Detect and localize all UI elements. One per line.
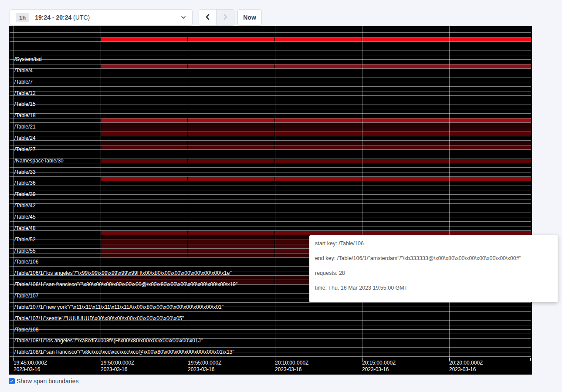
tooltip-start-key: start key: /Table/106 <box>315 240 552 247</box>
show-span-boundaries-label: Show span boundaries <box>17 378 78 385</box>
row-label: /Table/55 <box>14 248 36 254</box>
time-range-selector[interactable]: 1h 19:24 - 20:24 (UTC) <box>10 9 193 26</box>
span-boundary-line <box>10 226 531 226</box>
row-label: /Table/24 <box>14 135 36 141</box>
span-activity-band <box>188 159 274 163</box>
span-activity-band <box>188 235 274 239</box>
row-label: /Table/106/1/"los angeles"/"\x99\x99\x99… <box>14 270 232 276</box>
span-boundary-line <box>10 203 531 204</box>
span-activity-band <box>188 177 274 181</box>
tooltip-time: time: Thu, 16 Mar 2023 19:55:00 GMT <box>315 285 552 291</box>
span-activity-band <box>188 37 274 41</box>
key-visualizer-canvas[interactable]: /System/tsd/Table/4/Table/7/Table/12/Tab… <box>9 26 532 375</box>
span-boundary-line <box>10 132 531 132</box>
axis-tick-date: 2023-03-16 <box>449 366 483 373</box>
axis-tick-label: 19:45:00.000Z2023-03-16 <box>14 360 47 373</box>
span-boundary-line <box>10 347 531 348</box>
span-activity-band <box>188 276 274 280</box>
time-gridline <box>14 26 14 358</box>
next-interval-button[interactable] <box>217 10 234 25</box>
span-tooltip: start key: /Table/106 end key: /Table/10… <box>309 235 558 302</box>
span-boundary-line <box>10 95 531 96</box>
span-activity-band <box>275 159 362 163</box>
axis-tick-time: 19:45:00.000Z <box>14 360 47 366</box>
row-label: /Table/42 <box>14 203 36 209</box>
span-boundary-line <box>10 91 531 91</box>
span-activity-band <box>450 231 531 235</box>
axis-tick-time: 20:20:00.000Z <box>449 360 483 366</box>
span-boundary-line <box>10 68 531 69</box>
span-boundary-line <box>10 59 531 60</box>
row-label: /Table/18 <box>14 112 36 118</box>
span-activity-band <box>450 127 531 131</box>
row-label: /Table/107 <box>14 293 38 299</box>
span-boundary-line <box>10 64 531 64</box>
row-label: /Table/33 <box>14 169 36 175</box>
row-label: /Table/36 <box>14 180 36 186</box>
row-label: /Table/106/1/"san francisco"/"\x80\x00\x… <box>14 281 237 287</box>
key-visualizer-page: 1h 19:24 - 20:24 (UTC) Now /System/tsd/T… <box>0 0 562 392</box>
span-activity-band <box>362 123 449 127</box>
span-boundary-line <box>10 51 531 51</box>
span-boundary-line <box>10 172 531 172</box>
span-boundary-line <box>10 82 531 82</box>
span-activity-band <box>188 123 274 127</box>
row-label: /Table/45 <box>14 214 36 220</box>
span-activity-band <box>362 64 449 68</box>
span-activity-band <box>275 132 362 136</box>
span-activity-band <box>188 141 274 145</box>
span-activity-band <box>362 132 449 136</box>
time-gridline <box>449 26 450 358</box>
span-activity-band <box>101 159 187 163</box>
span-activity-band <box>362 37 449 41</box>
axis-tick-time: 20:15:00.000Z <box>362 360 396 366</box>
span-activity-band <box>188 64 274 68</box>
span-activity-band <box>188 240 274 244</box>
span-activity-band <box>450 145 531 149</box>
row-label: /Table/52 <box>14 237 36 243</box>
span-boundary-line <box>10 311 531 312</box>
span-boundary-line <box>10 176 531 177</box>
show-span-boundaries-checkbox[interactable]: ✓ <box>9 378 15 384</box>
span-boundary-line <box>10 113 531 114</box>
span-activity-band <box>101 141 187 145</box>
chevron-right-icon <box>223 14 228 22</box>
span-boundary-line <box>10 118 531 118</box>
span-boundary-line <box>10 208 531 208</box>
span-boundary-line <box>10 154 531 154</box>
span-activity-band <box>101 132 187 136</box>
time-axis: 19:45:00.000Z2023-03-1619:50:00.000Z2023… <box>9 358 532 375</box>
row-label: /Table/107/1/"seattle"/"UUUUUUD\x00\x80\… <box>14 315 184 321</box>
span-activity-band <box>188 132 274 136</box>
span-activity-band <box>101 276 187 280</box>
span-boundary-line <box>10 122 531 123</box>
axis-tick-date: 2023-03-16 <box>362 366 396 373</box>
span-boundary-line <box>10 100 531 100</box>
span-activity-band <box>188 231 274 235</box>
span-boundary-line <box>10 55 531 55</box>
tooltip-end-key: end key: /Table/106/1/"amsterdam"/"\xb33… <box>315 255 552 261</box>
span-boundary-line <box>10 167 531 168</box>
span-activity-band <box>101 118 187 122</box>
span-activity-band <box>101 231 187 235</box>
span-activity-band <box>101 123 187 127</box>
span-boundary-line <box>10 105 531 105</box>
prev-interval-button[interactable] <box>199 10 217 25</box>
span-boundary-line <box>10 41 531 42</box>
now-button[interactable]: Now <box>237 9 262 26</box>
span-boundary-line <box>10 140 531 141</box>
span-activity-band <box>188 249 274 253</box>
axis-tick-label: 20:20:00.000Z2023-03-16 <box>449 360 483 373</box>
span-activity-band <box>188 244 274 248</box>
span-boundary-line <box>10 190 531 190</box>
span-activity-band <box>188 145 274 149</box>
time-gridline <box>362 26 362 358</box>
span-boundary-line <box>10 194 531 195</box>
time-range-timezone: (UTC) <box>71 14 90 21</box>
span-activity-band <box>450 64 531 68</box>
row-label: /NamespaceTable/30 <box>14 158 64 164</box>
span-boundary-line <box>10 136 531 136</box>
span-activity-band <box>101 127 187 131</box>
span-activity-band <box>101 235 187 239</box>
span-activity-band <box>450 118 531 122</box>
